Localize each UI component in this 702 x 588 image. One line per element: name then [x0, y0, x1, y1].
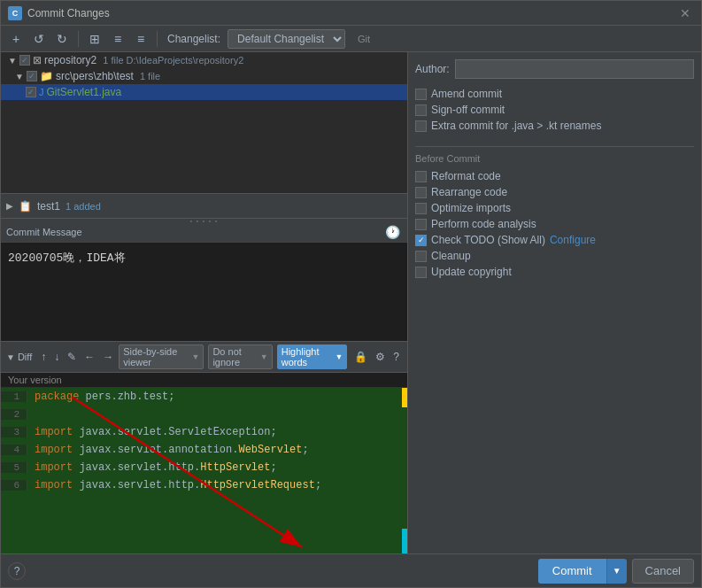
diff-container: Your version 1 package pers.zhb.test; 2 [1, 373, 407, 553]
line-number: 4 [1, 445, 27, 455]
line-number: 1 [1, 391, 27, 402]
perform-checkbox[interactable] [415, 219, 427, 230]
extra-label: Extra commit for .java > .kt renames [431, 120, 601, 132]
redo-button[interactable]: ↻ [52, 29, 72, 49]
viewer-label: Side-by-side viewer [123, 346, 189, 368]
main-content: ▼ ⊠ repository2 1 file D:\IdeaProjects\r… [1, 52, 701, 553]
expand-arrow: ▼ [8, 56, 17, 66]
line-number: 6 [1, 480, 27, 491]
add-button[interactable]: + [6, 29, 26, 49]
line-code: import javax.servlet.annotation.WebServl… [27, 444, 316, 456]
extra-option: Extra commit for .java > .kt renames [415, 118, 694, 134]
viewer-caret: ▼ [192, 352, 200, 361]
diff-down-btn[interactable]: ↓ [51, 350, 62, 364]
cleanup-checkbox[interactable] [415, 251, 427, 262]
diff-up-btn[interactable]: ↑ [38, 350, 49, 364]
repo-checkbox[interactable] [19, 55, 30, 66]
update-copyright-option: Update copyright [415, 264, 694, 280]
author-input[interactable] [455, 59, 694, 79]
shelf-area: ▶ 📋 test1 1 added [1, 194, 407, 219]
highlight-dropdown[interactable]: Highlight words ▼ [277, 344, 348, 369]
commit-button[interactable]: Commit [538, 559, 606, 584]
file-type-icon: J [39, 87, 44, 97]
changelist-select[interactable]: Default Changelist [228, 29, 345, 49]
commit-message-section: Commit Message 🕐 20200705晚，IDEA将 [1, 222, 407, 341]
diff-help-button[interactable]: ? [390, 350, 402, 364]
ignore-caret: ▼ [260, 352, 268, 361]
commit-dropdown-button[interactable]: ▼ [606, 559, 627, 584]
repo-icon: ⊠ [33, 54, 42, 66]
update-copyright-label: Update copyright [431, 266, 512, 278]
help-button[interactable]: ? [8, 562, 26, 580]
author-row: Author: [415, 59, 694, 79]
settings-button[interactable]: ⚙ [373, 350, 388, 364]
file-tree: ▼ ⊠ repository2 1 file D:\IdeaProjects\r… [1, 52, 407, 194]
optimize-checkbox[interactable] [415, 203, 427, 214]
folder-checkbox[interactable] [27, 71, 37, 81]
diff-edit-btn[interactable]: ✎ [65, 350, 79, 364]
before-commit-section: Before Commit Reformat code Rearrange co… [415, 146, 694, 280]
viewer-dropdown[interactable]: Side-by-side viewer ▼ [119, 344, 204, 369]
cleanup-label: Cleanup [431, 250, 471, 262]
diff-line: 3 import javax.servlet.ServletException; [1, 423, 407, 441]
tree-repo-item[interactable]: ▼ ⊠ repository2 1 file D:\IdeaProjects\r… [1, 52, 407, 68]
shelf-icon: 📋 [19, 200, 32, 213]
amend-option: Amend commit [415, 86, 694, 102]
close-button[interactable]: ✕ [676, 6, 694, 20]
git-label: Git [358, 34, 370, 44]
shelf-label: test1 [37, 200, 60, 213]
commit-button-group: Commit ▼ [538, 559, 627, 584]
folder-meta: 1 file [140, 71, 160, 81]
author-label: Author: [415, 63, 450, 75]
cancel-button[interactable]: Cancel [632, 559, 694, 584]
diff-title: Diff [18, 352, 32, 362]
expand-button[interactable]: ≡ [108, 29, 127, 49]
cleanup-option: Cleanup [415, 248, 694, 264]
signoff-option: Sign-off commit [415, 102, 694, 118]
folder-label: src\pers\zhb\test [56, 70, 134, 82]
check-todo-label: Check TODO (Show All) [431, 234, 545, 246]
repo-label: repository2 [44, 54, 96, 66]
diff-line: 1 package pers.zhb.test; [1, 388, 407, 406]
ignore-label: Do not ignore [212, 346, 257, 368]
commit-textarea[interactable]: 20200705晚，IDEA将 [1, 243, 407, 341]
configure-link[interactable]: Configure [550, 234, 596, 246]
update-copyright-checkbox[interactable] [415, 267, 427, 278]
diff-next-btn[interactable]: → [100, 350, 116, 364]
tree-folder-item[interactable]: ▼ 📁 src\pers\zhb\test 1 file [1, 68, 407, 84]
rearrange-label: Rearrange code [431, 186, 507, 198]
window-title: Commit Changes [27, 7, 110, 19]
line-number: 5 [1, 462, 27, 473]
tree-file-item[interactable]: J GitServlet1.java [1, 84, 407, 100]
rearrange-checkbox[interactable] [415, 187, 427, 198]
left-panel: ▼ ⊠ repository2 1 file D:\IdeaProjects\r… [1, 52, 408, 553]
perform-label: Perform code analysis [431, 218, 536, 230]
group-button[interactable]: ⊞ [85, 29, 104, 49]
line-number: 3 [1, 427, 27, 437]
commit-message-title: Commit Message [6, 227, 383, 237]
amend-checkbox[interactable] [415, 89, 427, 100]
window-icon: C [8, 6, 22, 20]
reformat-checkbox[interactable] [415, 171, 427, 182]
line-code: import javax.servlet.http.HttpServletReq… [27, 479, 328, 491]
lock-button[interactable]: 🔒 [351, 350, 370, 364]
ignore-dropdown[interactable]: Do not ignore ▼ [208, 344, 272, 369]
diff-code: 1 package pers.zhb.test; 2 3 import java… [1, 388, 407, 553]
amend-label: Amend commit [431, 88, 502, 100]
rearrange-option: Rearrange code [415, 184, 694, 200]
history-button[interactable]: 🕐 [383, 225, 402, 239]
signoff-checkbox[interactable] [415, 104, 427, 116]
diff-prev-btn[interactable]: ← [81, 350, 97, 364]
perform-option: Perform code analysis [415, 216, 694, 232]
before-commit-divider: Before Commit [415, 146, 694, 165]
diff-collapse-icon: ▼ [6, 352, 15, 362]
diff-section: ▼ Diff ↑ ↓ ✎ ← → Side-by-side viewer ▼ D… [1, 341, 407, 553]
file-checkbox[interactable] [26, 87, 36, 97]
extra-checkbox[interactable] [415, 120, 427, 132]
diff-version-label: Your version [1, 373, 407, 388]
collapse-button[interactable]: ≡ [131, 29, 150, 49]
undo-button[interactable]: ↺ [29, 29, 49, 49]
cyan-indicator [402, 529, 407, 553]
check-todo-checkbox[interactable] [415, 235, 427, 246]
footer: ? Commit ▼ Cancel [1, 553, 701, 587]
